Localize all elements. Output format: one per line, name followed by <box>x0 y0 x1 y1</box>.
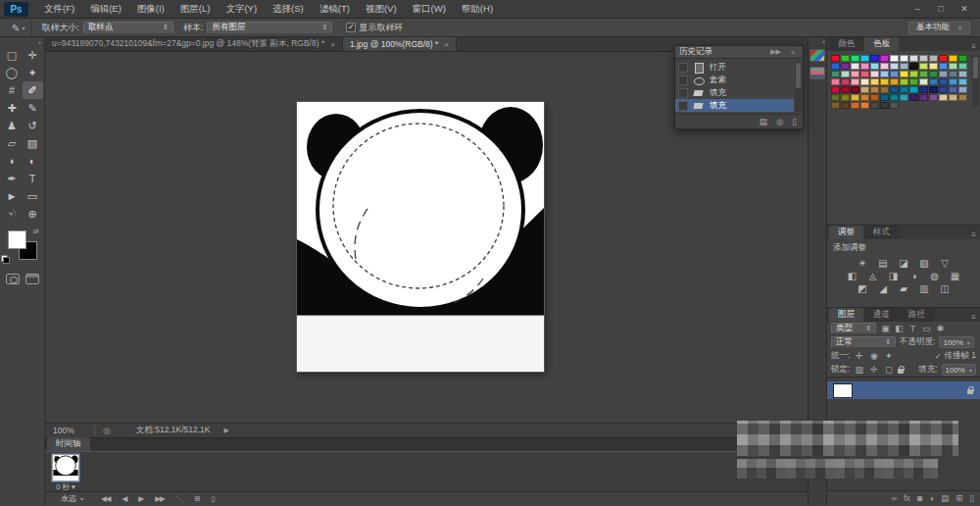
color-swatch[interactable] <box>958 94 967 101</box>
document-tab-2[interactable]: 1.jpg @ 100%(RGB/8) * × <box>343 37 457 51</box>
collapsed-panel-icon-2[interactable] <box>809 67 825 79</box>
color-swatch[interactable] <box>831 78 840 85</box>
color-swatch[interactable] <box>939 94 948 101</box>
color-swatch[interactable] <box>870 78 879 85</box>
document-image[interactable] <box>297 102 544 372</box>
color-swatch[interactable] <box>880 86 889 93</box>
color-swatch[interactable] <box>851 86 859 93</box>
color-swatch[interactable] <box>860 86 869 93</box>
tool-preset-picker[interactable]: ✐ ▾ <box>5 19 31 36</box>
color-swatch[interactable] <box>939 71 948 77</box>
color-swatch[interactable] <box>841 102 850 109</box>
panel-menu-icon[interactable]: ≡ <box>967 230 980 239</box>
dodge-tool[interactable]: ◐ <box>23 152 43 170</box>
swatches-scrollbar[interactable] <box>972 55 979 106</box>
new-layer-button[interactable]: ⊞ <box>956 493 962 503</box>
delete-frame-button[interactable]: ▯ <box>205 494 220 503</box>
history-state-row[interactable]: 填充 <box>675 86 794 99</box>
color-swatch[interactable] <box>919 94 928 101</box>
new-document-from-state-button[interactable]: ▤ <box>760 117 767 126</box>
color-swatch[interactable] <box>929 71 938 77</box>
history-brush-source-well[interactable] <box>678 76 688 85</box>
color-swatch[interactable] <box>929 94 938 101</box>
color-swatch[interactable] <box>841 78 850 85</box>
color-swatch[interactable] <box>949 71 957 77</box>
color-swatch[interactable] <box>831 71 840 77</box>
layer-filter-icon[interactable]: ▭ <box>921 324 932 333</box>
color-swatch[interactable] <box>958 71 967 77</box>
layer-style-button[interactable]: fx <box>904 493 910 503</box>
layer-filter-icon[interactable]: ✱ <box>935 324 946 333</box>
close-button[interactable]: ✕ <box>953 4 976 14</box>
opacity-field[interactable]: 100%▾ <box>939 336 973 348</box>
move-tool[interactable]: ✛ <box>23 46 43 64</box>
panel-menu-icon[interactable]: ≡ <box>787 49 799 56</box>
layer-thumbnail[interactable] <box>833 383 853 398</box>
play-button[interactable]: ▶ <box>132 494 149 503</box>
color-swatch[interactable] <box>949 63 957 70</box>
color-swatch[interactable] <box>909 55 918 62</box>
tab-paths[interactable]: 路径 <box>900 308 934 322</box>
zoom-level-field[interactable]: 100% <box>53 426 86 435</box>
panel-menu-icon[interactable]: ≡ <box>967 313 980 322</box>
color-swatch[interactable] <box>851 94 859 101</box>
color-swatch[interactable] <box>841 71 850 77</box>
panel-menu-icon[interactable]: ≡ <box>967 42 980 51</box>
status-circle-icon[interactable]: ◎ <box>103 426 111 435</box>
color-swatch[interactable] <box>851 102 859 109</box>
menu-item[interactable]: 窗口(W) <box>405 1 454 18</box>
color-swatch[interactable] <box>900 63 908 70</box>
brush-tool[interactable]: ✎ <box>23 99 43 117</box>
rectangular-marquee-tool[interactable]: ▢ <box>2 46 23 64</box>
collapsed-panel-icon-1[interactable] <box>809 49 825 62</box>
menu-item[interactable]: 视图(V) <box>358 1 405 18</box>
show-sampling-ring-checkbox[interactable]: ✓ <box>346 23 356 32</box>
history-scrollbar[interactable] <box>795 61 802 112</box>
lock-all-icon[interactable] <box>898 366 905 374</box>
color-swatch[interactable] <box>831 102 840 109</box>
color-swatch[interactable] <box>958 55 967 62</box>
color-swatch[interactable] <box>880 78 889 85</box>
tab-adjustments[interactable]: 调整 <box>829 226 863 239</box>
color-swatch[interactable] <box>919 86 928 93</box>
color-swatch[interactable] <box>909 63 918 70</box>
tab-layers[interactable]: 图层 <box>829 308 863 322</box>
layer-filter-icon[interactable]: ▣ <box>880 324 891 333</box>
adjustment-icon[interactable]: ▽ <box>939 258 951 269</box>
color-swatch[interactable] <box>939 78 948 85</box>
unify-frames-icon[interactable]: ◉ <box>868 351 879 361</box>
adjustment-icon[interactable]: ◫ <box>939 283 951 294</box>
blend-mode-dropdown[interactable]: 正常 ⇕ <box>831 336 896 348</box>
color-swatch[interactable] <box>831 63 840 70</box>
adjustment-icon[interactable]: ◍ <box>929 271 941 281</box>
layer-filter-icon[interactable]: ◧ <box>894 324 905 333</box>
color-swatch[interactable] <box>900 94 908 101</box>
color-swatch[interactable] <box>890 71 899 77</box>
color-swatch[interactable] <box>890 55 899 62</box>
adjustment-icon[interactable]: ☀ <box>857 258 868 269</box>
color-swatch[interactable] <box>851 71 859 77</box>
history-state-row[interactable]: 套索 <box>675 74 794 86</box>
expand-dock-chevron-icon[interactable]: ›› <box>822 38 826 44</box>
rectangle-tool[interactable]: ▭ <box>23 187 43 205</box>
adjustment-icon[interactable]: ◩ <box>857 283 868 294</box>
history-brush-tool[interactable]: ↺ <box>23 117 43 134</box>
color-swatch[interactable] <box>860 78 869 85</box>
color-swatch[interactable] <box>890 94 899 101</box>
color-swatch[interactable] <box>870 55 879 62</box>
sample-dropdown[interactable]: 所有图层 ⇕ <box>207 22 332 34</box>
color-swatch[interactable] <box>880 71 889 77</box>
color-swatch[interactable] <box>831 94 840 101</box>
clone-stamp-tool[interactable]: ♟ <box>2 117 23 134</box>
color-swatch[interactable] <box>909 94 918 101</box>
layer-filter-icon[interactable]: T <box>907 324 918 333</box>
color-swatch[interactable] <box>851 63 859 70</box>
workspace-switcher[interactable]: 基本功能 ⇕ <box>908 22 970 34</box>
layer-filter-dropdown[interactable]: 类型 ⇕ <box>831 323 876 334</box>
tab-styles[interactable]: 样式 <box>864 226 899 239</box>
color-swatch[interactable] <box>949 94 957 101</box>
close-icon[interactable]: × <box>444 40 449 49</box>
layer-group-button[interactable]: ▤ <box>941 493 949 503</box>
color-swatch[interactable] <box>929 86 938 93</box>
adjustment-icon[interactable]: ◨ <box>888 271 900 281</box>
